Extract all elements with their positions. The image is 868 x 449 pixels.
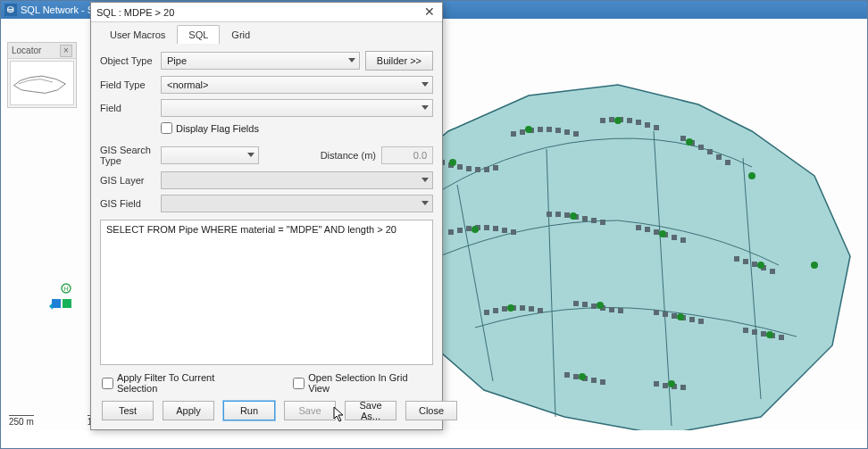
cursor-icon — [333, 406, 347, 424]
svg-rect-82 — [582, 376, 588, 381]
svg-rect-51 — [484, 310, 489, 315]
svg-rect-6 — [475, 167, 480, 172]
dialog-titlebar[interactable]: SQL : MDPE > 20 ✕ — [91, 3, 442, 22]
label-distance: Distance (m) — [321, 150, 376, 161]
svg-rect-68 — [689, 317, 695, 322]
locator-panel: Locator × — [7, 42, 77, 108]
svg-rect-80 — [564, 372, 570, 378]
svg-rect-78 — [770, 333, 775, 338]
close-button[interactable]: Close — [405, 401, 457, 420]
svg-rect-23 — [654, 125, 659, 130]
svg-rect-9 — [511, 131, 516, 137]
svg-rect-11 — [529, 128, 534, 133]
svg-rect-33 — [475, 225, 480, 230]
chevron-down-icon — [421, 201, 429, 205]
svg-rect-70 — [734, 256, 739, 262]
svg-point-90 — [525, 126, 532, 133]
apply-filter-checkbox[interactable]: Apply Filter To Current Selection — [102, 372, 257, 394]
locator-preview[interactable] — [10, 61, 74, 105]
svg-rect-74 — [770, 269, 775, 274]
open-selection-label: Open Selection In Grid View — [308, 372, 431, 394]
dialog-close-button[interactable]: ✕ — [422, 5, 437, 20]
svg-rect-28 — [716, 154, 722, 160]
svg-rect-75 — [743, 328, 748, 333]
svg-rect-36 — [502, 228, 507, 233]
chevron-down-icon — [421, 178, 429, 182]
svg-rect-85 — [654, 381, 659, 387]
open-selection-input[interactable] — [293, 378, 305, 389]
svg-rect-57 — [538, 308, 543, 313]
svg-rect-61 — [600, 305, 605, 311]
svg-rect-10 — [520, 129, 525, 135]
svg-rect-24 — [680, 136, 686, 141]
display-flag-checkbox[interactable]: Display Flag Fields — [161, 122, 259, 134]
svg-rect-88 — [680, 385, 686, 390]
svg-point-104 — [811, 262, 818, 269]
label-field: Field — [100, 103, 155, 113]
distance-input[interactable] — [381, 146, 433, 164]
tab-grid[interactable]: Grid — [220, 25, 262, 44]
object-type-value: Pipe — [167, 55, 187, 66]
object-type-combo[interactable]: Pipe — [161, 52, 360, 70]
svg-marker-109 — [49, 303, 53, 310]
svg-point-100 — [677, 313, 684, 320]
svg-rect-39 — [555, 212, 561, 217]
field-combo[interactable] — [161, 99, 433, 117]
chevron-down-icon — [421, 105, 429, 110]
svg-rect-83 — [591, 378, 597, 383]
svg-rect-12 — [538, 127, 543, 132]
svg-point-96 — [659, 230, 666, 237]
tab-user-macros[interactable]: User Macros — [98, 25, 177, 44]
save-button[interactable]: Save — [284, 401, 336, 420]
svg-rect-27 — [707, 149, 713, 154]
locator-header: Locator × — [8, 43, 76, 59]
sql-textarea[interactable] — [100, 220, 433, 365]
svg-rect-63 — [618, 308, 623, 313]
svg-text:H: H — [63, 286, 68, 292]
svg-rect-48 — [663, 232, 668, 237]
svg-point-93 — [748, 172, 755, 179]
apply-filter-input[interactable] — [102, 378, 113, 389]
save-as-button[interactable]: Save As... — [345, 401, 396, 420]
svg-rect-44 — [600, 220, 605, 225]
svg-rect-66 — [672, 313, 677, 319]
svg-point-101 — [766, 331, 773, 338]
svg-rect-65 — [663, 312, 668, 317]
svg-rect-45 — [636, 225, 641, 230]
svg-rect-46 — [645, 227, 650, 232]
svg-rect-64 — [654, 310, 659, 315]
open-selection-checkbox[interactable]: Open Selection In Grid View — [293, 372, 431, 394]
gis-layer-combo[interactable] — [161, 171, 433, 189]
chevron-down-icon — [421, 82, 429, 87]
run-button[interactable]: Run — [223, 401, 275, 420]
svg-rect-17 — [600, 118, 605, 123]
locator-close-button[interactable]: × — [60, 45, 72, 57]
svg-rect-54 — [511, 305, 516, 311]
svg-rect-22 — [645, 122, 650, 128]
svg-rect-56 — [529, 306, 534, 312]
test-button[interactable]: Test — [102, 401, 154, 420]
svg-rect-32 — [466, 226, 472, 231]
gis-search-type-combo[interactable] — [161, 146, 259, 164]
gis-field-combo[interactable] — [161, 195, 433, 212]
svg-rect-62 — [609, 307, 614, 312]
svg-rect-41 — [573, 214, 579, 220]
svg-rect-42 — [582, 216, 588, 221]
svg-rect-5 — [466, 166, 472, 171]
svg-rect-31 — [457, 228, 463, 233]
svg-point-94 — [472, 226, 479, 233]
tab-sql[interactable]: SQL — [177, 25, 220, 44]
svg-point-89 — [449, 159, 456, 166]
svg-rect-87 — [672, 384, 677, 389]
svg-rect-26 — [698, 145, 704, 150]
display-flag-input[interactable] — [161, 122, 172, 134]
svg-rect-59 — [582, 302, 588, 307]
builder-button[interactable]: Builder >> — [365, 51, 433, 71]
apply-button[interactable]: Apply — [163, 401, 214, 420]
display-flag-label: Display Flag Fields — [176, 123, 259, 134]
field-type-combo[interactable]: <normal> — [161, 76, 433, 94]
svg-rect-60 — [591, 303, 597, 309]
svg-rect-35 — [493, 226, 498, 231]
svg-rect-86 — [663, 383, 668, 388]
svg-rect-69 — [698, 319, 704, 324]
